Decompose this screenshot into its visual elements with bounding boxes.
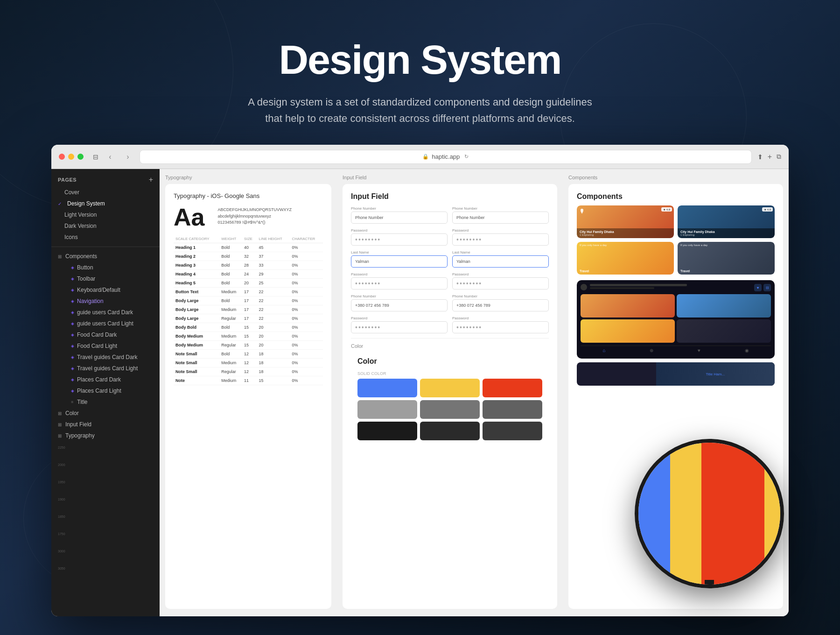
sidebar-add-button[interactable]: + [149, 176, 153, 184]
sidebar-item-keyboard[interactable]: ◈ Keyboard/Default [51, 284, 160, 296]
sidebar-header: Pages + [51, 169, 160, 187]
sidebar-item-toolbar[interactable]: ◈ Toolbar [51, 273, 160, 284]
row-category: Note Small [174, 350, 219, 359]
sidebar-category-input-label: Input Field [65, 421, 91, 428]
nav-heart[interactable]: ♥ [698, 348, 700, 353]
sidebar-item-title[interactable]: ≡ Title [51, 396, 160, 408]
lastname-input-1[interactable]: Yalman [351, 255, 448, 268]
traffic-light-green[interactable] [77, 154, 84, 160]
url-bar[interactable]: 🔒 haptic.app ↻ [140, 150, 752, 164]
components-card-title: Components [577, 192, 775, 201]
sidebar-item-button[interactable]: ◈ Button [51, 262, 160, 273]
diamond-icon: ◈ [71, 321, 74, 326]
sidebar-item-icons[interactable]: Icons [51, 232, 160, 243]
sidebar-item-cover[interactable]: Cover [51, 187, 160, 198]
input-password-6: Password •••••••• [452, 316, 549, 333]
phone-filled-input-2[interactable]: +380 072 456 789 [452, 299, 549, 311]
color-swatch-gray1 [357, 400, 417, 419]
sidebar-item-travel-light[interactable]: ◈ Travel guides Card Light [51, 363, 160, 374]
color-swatch-dark2 [420, 422, 480, 440]
share-icon[interactable]: ⬆ [757, 153, 763, 161]
sidebar-item-food-dark[interactable]: ◈ Food Card Dark [51, 329, 160, 340]
row-line-height: 20 [257, 341, 290, 350]
browser-forward-button[interactable]: › [122, 151, 134, 163]
password-input-4[interactable]: •••••••• [452, 277, 549, 289]
nav-user[interactable]: ◉ [745, 348, 749, 353]
filter-icon[interactable]: ⊟ [763, 284, 771, 291]
table-row: Heading 3 Bold 28 33 0% [174, 261, 323, 270]
sidebar-item-travel-dark[interactable]: ◈ Travel guides Card Dark [51, 352, 160, 363]
row-category: Body Medium [174, 332, 219, 341]
row-weight: Medium [219, 332, 242, 341]
table-row: Note Medium 11 15 0% [174, 376, 323, 385]
row-category: Heading 2 [174, 252, 219, 261]
row-category: Body Large [174, 314, 219, 323]
row-char: 0% [290, 279, 323, 288]
row-weight: Bold [219, 323, 242, 332]
row-line-height: 20 [257, 332, 290, 341]
browser-sidebar-icon[interactable]: ⊟ [93, 153, 98, 161]
sidebar-item-light-version-label: Light Version [64, 212, 97, 218]
phone-input-1[interactable]: Phone Number [351, 212, 448, 224]
row-weight: Medium [219, 376, 242, 385]
col-header-line-height: LINE HEIGHT [257, 235, 290, 243]
comp-card-city2-tag: ★ 4.8 [762, 207, 773, 212]
row-weight: Regular [219, 341, 242, 350]
sidebar-item-guide-dark[interactable]: ◈ guide users Card Dark [51, 307, 160, 318]
traffic-lights [59, 154, 84, 160]
row-size: 20 [242, 279, 257, 288]
input-lastname-2: Last Name Yalman [452, 250, 549, 268]
mag-red-section [701, 443, 764, 585]
comp-card-travel1-sub: If you only have a day [580, 244, 672, 247]
sidebar-item-dark-version-label: Dark Version [64, 223, 97, 229]
lastname-input-2[interactable]: Yalman [452, 255, 549, 268]
color-row-2 [357, 400, 542, 419]
sidebar-item-guide-light[interactable]: ◈ guide users Card Light [51, 318, 160, 329]
traffic-light-yellow[interactable] [68, 154, 74, 160]
input-phone-filled-1: Phone Number +380 072 456 789 [351, 294, 448, 311]
sidebar-item-design-system[interactable]: ✓ Design System [51, 198, 160, 209]
diamond-icon: ◈ [71, 299, 74, 303]
traffic-light-red[interactable] [59, 154, 65, 160]
row-size: 11 [242, 376, 257, 385]
phone-label-2: Phone Number [452, 206, 549, 211]
sidebar-item-navigation[interactable]: ◈ Navigation [51, 296, 160, 307]
row-weight: Bold [219, 261, 242, 270]
row-char: 0% [290, 376, 323, 385]
sidebar-category-typography[interactable]: ⊞ Typography [51, 430, 160, 441]
sidebar-item-food-light[interactable]: ◈ Food Card Light [51, 340, 160, 352]
diamond-icon: ◈ [71, 366, 74, 371]
password-input-6[interactable]: •••••••• [452, 321, 549, 333]
password-input-5[interactable]: •••••••• [351, 321, 448, 333]
phone-filled-input-1[interactable]: +380 072 456 789 [351, 299, 448, 311]
password-input-1[interactable]: •••••••• [351, 233, 448, 246]
new-tab-icon[interactable]: + [768, 153, 772, 161]
sidebar-item-light-version[interactable]: Light Version [51, 209, 160, 220]
sidebar-item-design-system-label: Design System [67, 200, 105, 207]
input-fields-grid: Phone Number Phone Number Phone Number P… [351, 206, 549, 333]
browser-back-button[interactable]: ‹ [104, 151, 116, 163]
sidebar-item-places-dark-label: Places Card Dark [77, 376, 121, 383]
input-field-column: Input Field Input Field Phone Number Pho… [337, 169, 563, 616]
map-preview: Title Ham... [656, 362, 775, 386]
sidebar-category-input[interactable]: ⊞ Input Field [51, 419, 160, 430]
comp-card-travel1-label: Travel [580, 269, 589, 273]
sidebar-item-travel-light-label: Travel guides Card Light [77, 365, 138, 372]
comp-card-city-dark: City Hui Family Dhaka 1 Exploring ★ 4.8 [678, 205, 775, 238]
nav-search[interactable]: ⊕ [650, 348, 653, 353]
sidebar-item-dark-version[interactable]: Dark Version [51, 220, 160, 232]
sidebar-item-places-light[interactable]: ◈ Places Card Light [51, 385, 160, 396]
nav-home[interactable]: ⌂ [602, 348, 605, 353]
heart-icon[interactable]: ♥ [754, 284, 762, 291]
sidebar-category-components[interactable]: ⊞ Components [51, 251, 160, 262]
phone-input-2[interactable]: Phone Number [452, 212, 549, 224]
password-input-3[interactable]: •••••••• [351, 277, 448, 289]
sidebar-category-color[interactable]: ⊞ Color [51, 408, 160, 419]
tabs-icon[interactable]: ⧉ [777, 153, 781, 161]
sidebar-item-button-label: Button [77, 264, 93, 271]
row-category: Body Large [174, 305, 219, 314]
diamond-icon: ◈ [71, 344, 74, 348]
sidebar-item-places-dark[interactable]: ◈ Places Card Dark [51, 374, 160, 385]
row-weight: Regular [219, 314, 242, 323]
password-input-2[interactable]: •••••••• [452, 233, 549, 246]
